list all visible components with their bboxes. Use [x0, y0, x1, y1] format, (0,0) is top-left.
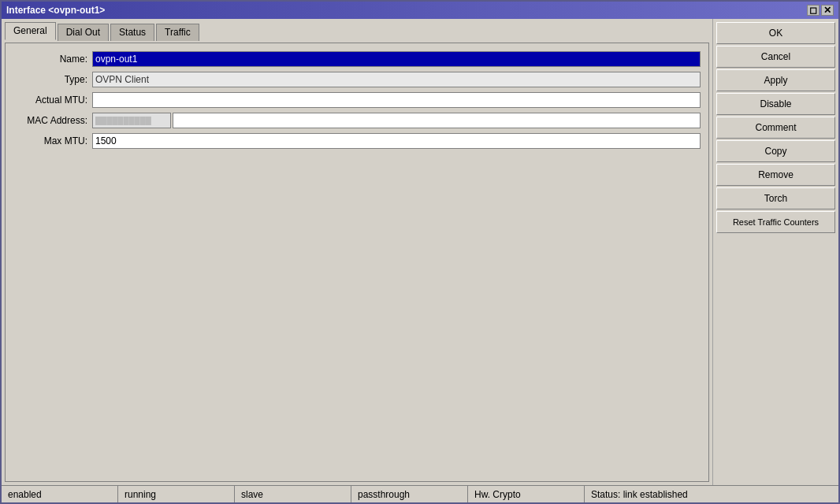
- apply-button[interactable]: Apply: [716, 69, 835, 91]
- mac-address-label: MAC Address:: [13, 115, 92, 126]
- close-icon: ✕: [823, 5, 831, 16]
- mac-address-row: MAC Address:: [13, 113, 701, 128]
- disable-button[interactable]: Disable: [716, 93, 835, 115]
- status-link: Status: link established: [585, 486, 838, 502]
- tab-bar: General Dial Out Status Traffic: [5, 22, 709, 39]
- close-button[interactable]: ✕: [821, 5, 834, 16]
- type-row: Type:: [13, 72, 701, 87]
- main-window: Interface <ovpn-out1> ◻ ✕ General Dial O…: [0, 0, 840, 504]
- status-passthrough: passthrough: [351, 486, 468, 502]
- main-content: General Dial Out Status Traffic Name:: [2, 19, 838, 485]
- cancel-button[interactable]: Cancel: [716, 46, 835, 68]
- reset-traffic-button[interactable]: Reset Traffic Counters: [716, 211, 835, 233]
- copy-button[interactable]: Copy: [716, 140, 835, 162]
- restore-button[interactable]: ◻: [807, 5, 820, 16]
- actual-mtu-label: Actual MTU:: [13, 94, 92, 106]
- restore-icon: ◻: [809, 5, 817, 16]
- name-label: Name:: [13, 54, 92, 65]
- tab-status[interactable]: Status: [110, 24, 154, 41]
- mac-extra-input[interactable]: [173, 113, 701, 128]
- title-bar: Interface <ovpn-out1> ◻ ✕: [2, 2, 838, 19]
- comment-button[interactable]: Comment: [716, 117, 835, 139]
- status-bar: enabled running slave passthrough Hw. Cr…: [2, 485, 838, 502]
- status-enabled: enabled: [2, 486, 118, 502]
- actual-mtu-row: Actual MTU:: [13, 92, 701, 108]
- tab-dial-out[interactable]: Dial Out: [58, 24, 109, 41]
- type-label: Type:: [13, 74, 92, 85]
- name-row: Name:: [13, 51, 701, 67]
- torch-button[interactable]: Torch: [716, 187, 835, 209]
- tab-general[interactable]: General: [5, 22, 56, 40]
- max-mtu-label: Max MTU:: [13, 135, 92, 146]
- tab-traffic[interactable]: Traffic: [156, 24, 199, 41]
- max-mtu-row: Max MTU:: [13, 133, 701, 149]
- window-controls: ◻ ✕: [807, 5, 834, 16]
- form-area: Name: Type: Actual MTU: MAC Address:: [5, 43, 709, 482]
- type-input: [92, 72, 701, 87]
- name-input[interactable]: [92, 51, 701, 67]
- left-panel: General Dial Out Status Traffic Name:: [2, 19, 712, 485]
- max-mtu-input[interactable]: [92, 133, 701, 149]
- remove-button[interactable]: Remove: [716, 164, 835, 186]
- actual-mtu-input[interactable]: [92, 92, 701, 108]
- status-hw-crypto: Hw. Crypto: [468, 486, 585, 502]
- mac-input-group: [92, 113, 701, 128]
- right-panel: OK Cancel Apply Disable Comment Copy Rem…: [712, 19, 838, 485]
- status-slave: slave: [235, 486, 351, 502]
- mac-part-input: [92, 113, 171, 128]
- status-running: running: [118, 486, 235, 502]
- window-title: Interface <ovpn-out1>: [6, 5, 105, 16]
- ok-button[interactable]: OK: [716, 22, 835, 44]
